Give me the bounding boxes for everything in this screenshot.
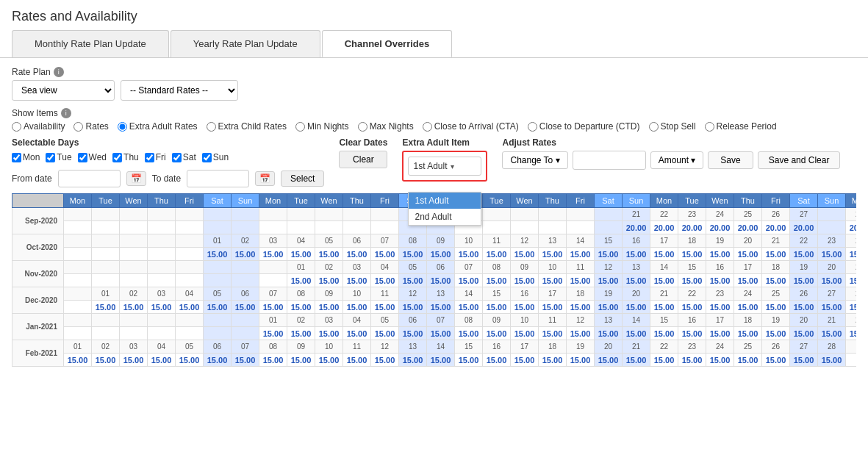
radio-extra-adult[interactable]: Extra Adult Rates bbox=[118, 121, 198, 132]
rate-cell[interactable]: 15.00 bbox=[567, 354, 595, 367]
rate-cell[interactable]: 20.00 bbox=[706, 221, 734, 234]
rate-cell[interactable]: 15.00 bbox=[259, 354, 287, 367]
rate-cell[interactable]: 15.00 bbox=[678, 274, 706, 287]
rate-cell[interactable]: 15.00 bbox=[176, 301, 204, 314]
day-cell[interactable]: 13 bbox=[427, 287, 455, 301]
rate-cell[interactable]: 15.00 bbox=[120, 354, 148, 367]
day-cell[interactable]: 20 bbox=[790, 314, 818, 327]
rate-cell[interactable]: 15.00 bbox=[623, 327, 650, 340]
day-cell[interactable]: 15 bbox=[595, 234, 623, 248]
rate-cell[interactable]: 15.00 bbox=[343, 354, 371, 367]
day-cell[interactable]: 12 bbox=[595, 261, 623, 274]
rate-cell[interactable]: 15.00 bbox=[455, 274, 483, 287]
rate-cell[interactable]: 15.00 bbox=[511, 248, 539, 261]
rate-cell[interactable] bbox=[539, 221, 567, 234]
rate-cell[interactable]: 15.00 bbox=[483, 354, 511, 367]
day-cell[interactable]: 03 bbox=[148, 287, 176, 301]
day-cell[interactable]: 04 bbox=[343, 314, 371, 327]
day-cell[interactable]: 20 bbox=[734, 234, 762, 248]
rate-cell[interactable] bbox=[64, 301, 92, 314]
day-cell[interactable]: 17 bbox=[511, 340, 539, 354]
day-cell[interactable]: 05 bbox=[371, 314, 399, 327]
rate-cell[interactable]: 15.00 bbox=[148, 301, 176, 314]
day-cell[interactable]: 17 bbox=[539, 287, 567, 301]
rate-cell[interactable]: 15.00 bbox=[511, 301, 539, 314]
rate-cell[interactable]: 20.00 bbox=[623, 221, 650, 234]
day-cell[interactable]: 07 bbox=[259, 287, 287, 301]
day-cell[interactable] bbox=[315, 208, 343, 221]
rate-cell[interactable]: 15.00 bbox=[427, 274, 455, 287]
day-cell[interactable] bbox=[176, 234, 204, 248]
rate-cell[interactable] bbox=[176, 327, 204, 340]
day-cell[interactable]: 02 bbox=[92, 340, 120, 354]
day-cell[interactable]: 03 bbox=[120, 340, 148, 354]
day-cell[interactable]: 25 bbox=[762, 287, 790, 301]
rate-cell[interactable] bbox=[148, 327, 176, 340]
rate-cell[interactable]: 15.00 bbox=[483, 248, 511, 261]
rate-cell[interactable]: 15.00 bbox=[650, 248, 678, 261]
day-cell[interactable]: 10 bbox=[315, 340, 343, 354]
day-cell[interactable]: 03 bbox=[259, 234, 287, 248]
rate-cell[interactable]: 15.00 bbox=[232, 354, 259, 367]
rate-cell[interactable]: 15.00 bbox=[287, 248, 315, 261]
day-cell[interactable] bbox=[120, 314, 148, 327]
from-date-calendar-btn[interactable]: 📅 bbox=[126, 171, 146, 186]
day-cell[interactable] bbox=[539, 208, 567, 221]
rate-cell[interactable]: 15.00 bbox=[511, 354, 539, 367]
rate-cell[interactable]: 15.00 bbox=[762, 354, 790, 367]
rate-cell[interactable]: 15.00 bbox=[511, 274, 539, 287]
rate-cell[interactable] bbox=[64, 248, 92, 261]
rate-cell[interactable]: 15.00 bbox=[399, 274, 427, 287]
day-cell[interactable]: 16 bbox=[623, 234, 650, 248]
rate-cell[interactable] bbox=[176, 248, 204, 261]
day-cell[interactable]: 22 bbox=[650, 340, 678, 354]
rate-cell[interactable]: 15.00 bbox=[595, 301, 623, 314]
select-button[interactable]: Select bbox=[281, 171, 324, 187]
day-cell[interactable] bbox=[92, 261, 120, 274]
day-cell[interactable] bbox=[64, 208, 92, 221]
rate-cell[interactable]: 15.00 bbox=[92, 301, 120, 314]
day-cell[interactable]: 09 bbox=[287, 340, 315, 354]
day-cell[interactable]: 06 bbox=[232, 287, 259, 301]
rate-cell[interactable] bbox=[204, 327, 232, 340]
day-cell[interactable]: 06 bbox=[427, 261, 455, 274]
rate-cell[interactable] bbox=[204, 221, 232, 234]
day-cell[interactable]: 23 bbox=[706, 287, 734, 301]
day-cell[interactable] bbox=[343, 208, 371, 221]
day-cell[interactable] bbox=[64, 287, 92, 301]
change-to-button[interactable]: Change To ▾ bbox=[502, 151, 567, 169]
day-cell[interactable]: 01 bbox=[204, 234, 232, 248]
day-cell[interactable]: 16 bbox=[483, 340, 511, 354]
rate-cell[interactable]: 20.00 bbox=[650, 221, 678, 234]
rate-cell[interactable]: 15.00 bbox=[315, 248, 343, 261]
rate-cell[interactable] bbox=[567, 221, 595, 234]
day-cell[interactable]: 09 bbox=[427, 234, 455, 248]
rate-cell[interactable] bbox=[176, 274, 204, 287]
show-items-help-icon[interactable]: i bbox=[61, 108, 71, 118]
rate-cell[interactable]: 15.00 bbox=[259, 301, 287, 314]
radio-release[interactable]: Release Period bbox=[705, 121, 777, 132]
day-cell[interactable]: 21 bbox=[650, 287, 678, 301]
day-cell[interactable] bbox=[176, 208, 204, 221]
day-cell[interactable] bbox=[92, 208, 120, 221]
rate-cell[interactable] bbox=[343, 221, 371, 234]
rate-cell[interactable] bbox=[511, 221, 539, 234]
day-cell[interactable]: 24 bbox=[706, 208, 734, 221]
day-cell[interactable]: 10 bbox=[343, 287, 371, 301]
day-cell[interactable]: 02 bbox=[287, 314, 315, 327]
day-cell[interactable]: 12 bbox=[399, 287, 427, 301]
rate-cell[interactable] bbox=[120, 248, 148, 261]
rate-cell[interactable]: 15.00 bbox=[399, 248, 427, 261]
rate-cell[interactable]: 15.00 bbox=[818, 354, 846, 367]
rate-cell[interactable] bbox=[818, 221, 846, 234]
rate-cell[interactable] bbox=[232, 221, 259, 234]
day-cell[interactable]: 19 bbox=[762, 314, 790, 327]
day-cell[interactable]: 11 bbox=[371, 287, 399, 301]
rate-cell[interactable]: 15.00 bbox=[455, 248, 483, 261]
rate-cell[interactable]: 15.00 bbox=[762, 301, 790, 314]
day-cell[interactable]: 17 bbox=[706, 314, 734, 327]
day-cell[interactable]: 14 bbox=[455, 287, 483, 301]
day-cell[interactable]: 28 bbox=[846, 208, 857, 221]
rate-cell[interactable]: 15.00 bbox=[343, 274, 371, 287]
rate-cell[interactable]: 15.00 bbox=[204, 301, 232, 314]
